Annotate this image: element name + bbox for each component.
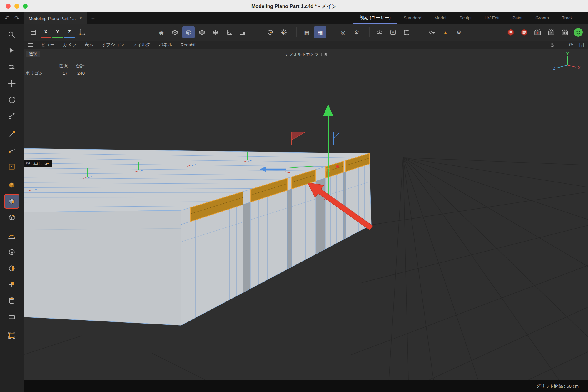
visibility-button[interactable]: [373, 26, 386, 38]
render-region-tool[interactable]: [4, 328, 19, 343]
model-mode[interactable]: [4, 178, 19, 192]
axis-x-lock-button[interactable]: X: [41, 27, 51, 38]
grid-spacing-label: グリッド間隔 : 50 cm: [536, 383, 579, 389]
slab-left-face: [24, 210, 181, 325]
render-safe-frame-button[interactable]: ◎: [337, 26, 349, 38]
axis-y-lock-button[interactable]: Y: [52, 27, 63, 38]
hamburger-icon[interactable]: [28, 43, 33, 47]
render-hexagon-icon: [507, 29, 514, 36]
mesh-grid-mode-button[interactable]: [209, 26, 222, 38]
menu-view[interactable]: ビュー: [41, 42, 55, 48]
axis-gizmo[interactable]: Y X Z: [540, 51, 584, 75]
undo-button[interactable]: ↶: [5, 15, 10, 22]
clapper-play-button[interactable]: [545, 26, 557, 38]
menu-options[interactable]: オプション: [102, 42, 124, 48]
window-title: Modeling Piano Part 1.c4d * - メイン: [251, 3, 337, 10]
menu-display[interactable]: 表示: [85, 42, 93, 48]
workplane-ruler-button[interactable]: [223, 26, 235, 38]
viewport-settings-button[interactable]: ⚙: [350, 26, 363, 38]
menu-panel[interactable]: パネル: [159, 42, 172, 48]
cylinder-primitive-tool[interactable]: [4, 293, 19, 308]
content-browser-button[interactable]: [27, 26, 39, 38]
model-edit-mode-button[interactable]: [196, 26, 208, 38]
scale-tool[interactable]: [4, 108, 19, 123]
minimize-window-button[interactable]: [14, 4, 19, 9]
layout-tab-model[interactable]: Model: [428, 12, 453, 24]
marquee-icon: [8, 63, 16, 71]
document-tab[interactable]: Modeling Piano Part 1... ×: [24, 12, 87, 24]
cylinder-icon: [8, 296, 16, 305]
rotate-tool[interactable]: [4, 92, 19, 107]
cube-dark-icon: [198, 29, 206, 36]
menu-filter[interactable]: フィルタ: [133, 42, 151, 48]
zoom-window-button[interactable]: [23, 4, 28, 9]
layout-tab-sculpt[interactable]: Sculpt: [453, 12, 478, 24]
live-selection-tool[interactable]: [4, 44, 19, 58]
orbit-icon[interactable]: ⟳: [569, 42, 573, 48]
close-window-button[interactable]: [6, 4, 11, 9]
quantize-grid-button[interactable]: ▦: [300, 26, 313, 38]
layout-tab-startup[interactable]: 初期 (ユーザー): [353, 12, 397, 24]
dolly-icon[interactable]: ↕: [561, 42, 563, 48]
viewport-canvas[interactable]: 透視 デフォルトカメラ 選択 合計 ポリゴン 17 240 押し出し: [24, 49, 588, 392]
region-frame-icon: [8, 331, 16, 339]
active-tool-hint: 押し出し: [24, 160, 52, 167]
move-tool[interactable]: [4, 76, 19, 91]
enable-axis-tool[interactable]: [4, 245, 19, 259]
rectangle-selection-tool[interactable]: [4, 60, 19, 75]
workplane-tool[interactable]: [4, 159, 19, 174]
gizmo-z-label: Z: [553, 66, 555, 71]
layout-tab-uvedit[interactable]: UV Edit: [478, 12, 506, 24]
zoom-tool[interactable]: [4, 28, 19, 42]
cube-primitive-tool[interactable]: [4, 277, 19, 292]
layout-tab-paint[interactable]: Paint: [506, 12, 529, 24]
knife-tool[interactable]: [4, 143, 19, 158]
camera-label-group[interactable]: デフォルトカメラ: [285, 52, 327, 57]
pen-tool[interactable]: [4, 127, 19, 142]
pick-key-button[interactable]: [426, 26, 438, 38]
clapper-button[interactable]: [532, 26, 544, 38]
close-tab-icon[interactable]: ×: [79, 15, 82, 21]
polygon-mode[interactable]: [4, 194, 19, 209]
assistant-button[interactable]: [572, 26, 584, 38]
stacked-cubes-icon: [8, 280, 16, 289]
coordinate-system-button[interactable]: [76, 26, 88, 38]
projection-label[interactable]: 透視: [26, 51, 40, 57]
animation-settings-button[interactable]: [278, 26, 290, 38]
snap-grid-button[interactable]: ▦: [314, 26, 326, 38]
edge-mode[interactable]: [4, 210, 19, 225]
spline-arc-tool[interactable]: [4, 229, 19, 243]
clapper-grid-button[interactable]: [559, 26, 571, 38]
snap-corner-button[interactable]: [236, 26, 249, 38]
tweak-mode-button[interactable]: [182, 26, 195, 38]
isolate-selection-button[interactable]: [400, 26, 413, 38]
preferences-button[interactable]: ⚙: [453, 26, 465, 38]
redo-button[interactable]: ↷: [14, 15, 19, 22]
render-settings-button[interactable]: [518, 26, 530, 38]
layout-tab-standard[interactable]: Standard: [397, 12, 428, 24]
corner-square-icon: [239, 29, 246, 36]
main-toolbar: X Y Z ◉: [24, 24, 588, 41]
pivot-mode-button[interactable]: ◉: [155, 26, 168, 38]
layout-tab-groom[interactable]: Groom: [529, 12, 555, 24]
left-tool-rail: [0, 24, 24, 392]
layout-tab-track[interactable]: Track: [555, 12, 579, 24]
maximize-view-icon[interactable]: ◱: [579, 42, 584, 48]
stats-selected-count: 17: [52, 71, 68, 76]
axis-z-lock-button[interactable]: Z: [64, 27, 75, 38]
filter-warning-button[interactable]: ▲: [439, 26, 452, 38]
model-cube-icon: [8, 181, 16, 189]
menu-redshift[interactable]: Redshift: [181, 42, 197, 47]
tool-hint-label: 押し出し: [26, 161, 42, 166]
selected-point-dot: [336, 165, 339, 168]
floor-object-tool[interactable]: [4, 309, 19, 324]
render-view-button[interactable]: [505, 26, 517, 38]
menu-camera[interactable]: カメラ: [63, 42, 76, 48]
new-tab-button[interactable]: +: [87, 12, 99, 24]
annotation-button[interactable]: A: [387, 26, 399, 38]
keyframe-motion-button[interactable]: [264, 26, 276, 38]
sphere-primitive-tool[interactable]: [4, 261, 19, 276]
object-mode-button[interactable]: [169, 26, 181, 38]
pan-hand-icon[interactable]: [549, 42, 555, 48]
selection-stats: 選択 合計 ポリゴン 17 240: [25, 63, 85, 76]
